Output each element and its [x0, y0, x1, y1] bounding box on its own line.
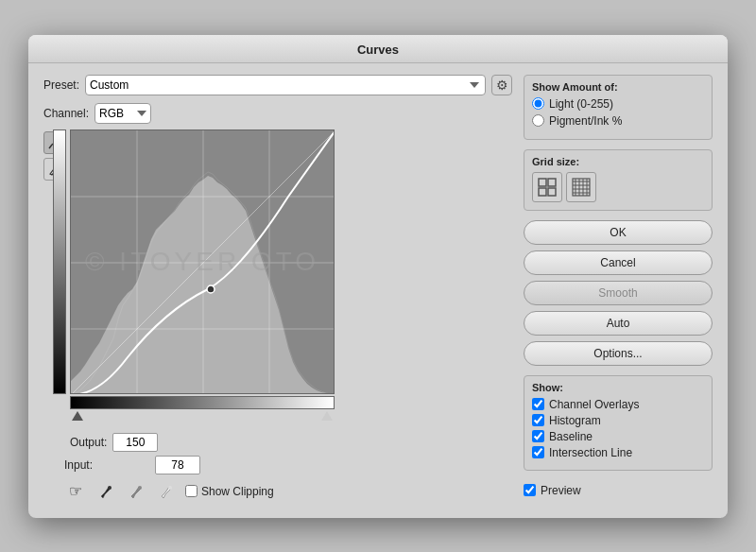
intersection-checkbox[interactable] — [532, 446, 544, 458]
graph-area: © ITOYER OTO — [70, 129, 335, 452]
left-panel: Preset: Custom ⚙ Channel: RGB — [43, 75, 512, 503]
pigment-radio[interactable] — [532, 114, 544, 127]
svg-point-11 — [138, 486, 142, 490]
preview-label[interactable]: Preview — [541, 484, 581, 497]
gear-button[interactable]: ⚙ — [491, 75, 512, 95]
light-radio-label[interactable]: Light (0-255) — [549, 97, 613, 111]
white-point-slider[interactable] — [321, 411, 333, 421]
input-row: Input: — [64, 456, 512, 474]
light-radio-row: Light (0-255) — [532, 97, 704, 111]
input-section: Input: — [64, 454, 512, 474]
smooth-button[interactable]: Smooth — [524, 281, 713, 305]
histogram-label[interactable]: Histogram — [549, 414, 601, 427]
output-label: Output: — [70, 436, 107, 449]
channel-select[interactable]: RGB — [94, 103, 151, 124]
horizontal-gradient-bar — [70, 396, 335, 409]
channel-overlays-label[interactable]: Channel Overlays — [549, 398, 639, 411]
channel-overlays-row: Channel Overlays — [532, 398, 704, 411]
svg-point-12 — [168, 486, 172, 490]
curves-dialog: Curves Preset: Custom ⚙ Channel: RGB — [28, 35, 728, 518]
channel-overlays-checkbox[interactable] — [532, 398, 544, 410]
svg-rect-14 — [548, 179, 556, 186]
preset-row: Preset: Custom ⚙ — [43, 75, 512, 95]
svg-rect-15 — [539, 188, 546, 196]
pigment-radio-row: Pigment/Ink % — [532, 114, 704, 128]
svg-point-10 — [108, 486, 112, 490]
white-eyedropper-button[interactable] — [155, 480, 178, 503]
output-row: Output: — [70, 433, 335, 452]
show-clipping-row: Show Clipping — [185, 485, 274, 498]
black-point-slider[interactable] — [72, 411, 83, 421]
options-button[interactable]: Options... — [524, 341, 713, 366]
intersection-label[interactable]: Intersection Line — [549, 446, 632, 459]
io-rows: Output: — [70, 427, 335, 452]
auto-button[interactable]: Auto — [524, 311, 713, 336]
dialog-title: Curves — [357, 43, 399, 57]
preset-select[interactable]: Custom — [85, 75, 486, 95]
svg-rect-13 — [539, 179, 546, 186]
show-clipping-checkbox[interactable] — [185, 485, 198, 497]
preset-label: Preset: — [43, 78, 79, 92]
show-title: Show: — [532, 382, 704, 393]
right-panel: Show Amount of: Light (0-255) Pigment/In… — [524, 75, 713, 503]
curve-graph[interactable]: © ITOYER OTO — [70, 129, 335, 394]
svg-rect-16 — [548, 188, 556, 196]
baseline-row: Baseline — [532, 430, 704, 443]
curve-section: © ITOYER OTO — [43, 129, 512, 452]
right-buttons: OK Cancel Smooth Auto Options... — [524, 220, 713, 366]
intersection-row: Intersection Line — [532, 446, 704, 459]
baseline-label[interactable]: Baseline — [549, 430, 593, 443]
grid-size-buttons — [532, 172, 704, 202]
gray-eyedropper-button[interactable] — [125, 480, 147, 503]
grid-4x4-button[interactable] — [532, 172, 562, 202]
show-amount-section: Show Amount of: Light (0-255) Pigment/In… — [524, 75, 713, 140]
light-radio[interactable] — [532, 97, 544, 110]
curve-container: © ITOYER OTO — [70, 129, 335, 421]
title-bar: Curves — [28, 35, 728, 63]
histogram-checkbox[interactable] — [532, 414, 544, 426]
baseline-checkbox[interactable] — [532, 430, 544, 442]
histogram-row: Histogram — [532, 414, 704, 427]
input-slider-row — [70, 411, 335, 421]
channel-row: Channel: RGB — [43, 103, 512, 124]
input-input[interactable] — [155, 456, 200, 474]
show-clipping-label[interactable]: Show Clipping — [201, 485, 274, 498]
grid-10x10-button[interactable] — [566, 172, 596, 202]
output-input[interactable] — [112, 433, 158, 452]
grid-size-title: Grid size: — [532, 156, 704, 167]
channel-label: Channel: — [43, 107, 89, 120]
histogram-svg — [71, 130, 335, 394]
cancel-button[interactable]: Cancel — [524, 250, 713, 275]
preview-row: Preview — [524, 484, 713, 497]
pigment-radio-label[interactable]: Pigment/Ink % — [549, 114, 622, 128]
show-section: Show: Channel Overlays Histogram Baselin… — [524, 375, 713, 471]
preview-checkbox[interactable] — [524, 484, 536, 496]
show-amount-title: Show Amount of: — [532, 81, 704, 93]
content-area: Preset: Custom ⚙ Channel: RGB — [28, 75, 728, 503]
ok-button[interactable]: OK — [524, 220, 713, 245]
grid-size-section: Grid size: — [524, 149, 713, 211]
black-eyedropper-button[interactable] — [94, 480, 117, 503]
input-label: Input: — [64, 458, 93, 472]
vertical-gradient-bar — [53, 129, 66, 394]
bottom-tools-row: ☞ — [64, 480, 512, 503]
finger-tool-button[interactable]: ☞ — [64, 480, 87, 503]
